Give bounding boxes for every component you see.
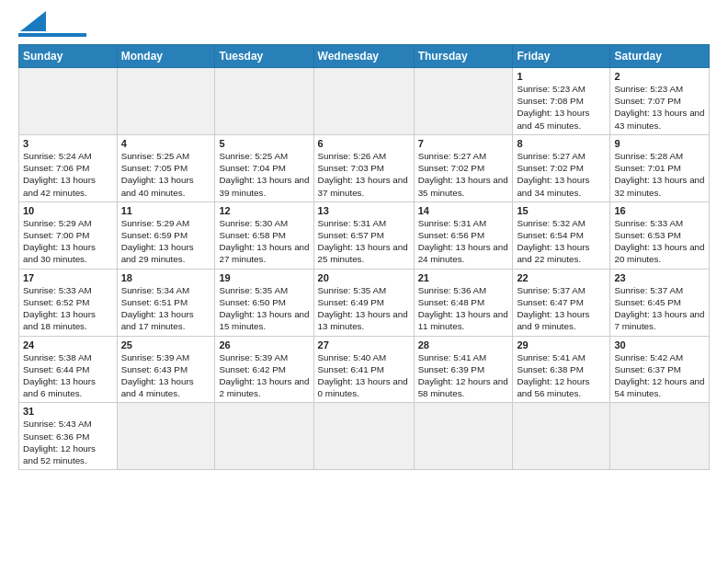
day-info: Sunrise: 5:41 AM Sunset: 6:39 PM Dayligh…	[418, 351, 509, 400]
day-number: 5	[219, 138, 309, 149]
day-number: 10	[23, 205, 113, 216]
calendar-cell: 22Sunrise: 5:37 AM Sunset: 6:47 PM Dayli…	[513, 269, 610, 336]
day-info: Sunrise: 5:29 AM Sunset: 7:00 PM Dayligh…	[23, 217, 113, 266]
day-number: 13	[318, 205, 410, 216]
day-info: Sunrise: 5:25 AM Sunset: 7:05 PM Dayligh…	[121, 150, 211, 199]
day-info: Sunrise: 5:37 AM Sunset: 6:47 PM Dayligh…	[517, 284, 606, 333]
day-number: 15	[517, 205, 606, 216]
day-info: Sunrise: 5:33 AM Sunset: 6:53 PM Dayligh…	[614, 217, 705, 266]
day-header-friday: Friday	[513, 45, 610, 68]
calendar-cell: 28Sunrise: 5:41 AM Sunset: 6:39 PM Dayli…	[414, 336, 513, 403]
day-info: Sunrise: 5:33 AM Sunset: 6:52 PM Dayligh…	[23, 284, 113, 333]
calendar-cell: 1Sunrise: 5:23 AM Sunset: 7:08 PM Daylig…	[513, 68, 610, 135]
day-info: Sunrise: 5:24 AM Sunset: 7:06 PM Dayligh…	[23, 150, 113, 199]
day-number: 25	[121, 339, 211, 350]
calendar-cell: 18Sunrise: 5:34 AM Sunset: 6:51 PM Dayli…	[117, 269, 215, 336]
day-header-thursday: Thursday	[414, 45, 513, 68]
calendar-cell: 24Sunrise: 5:38 AM Sunset: 6:44 PM Dayli…	[19, 336, 118, 403]
day-info: Sunrise: 5:35 AM Sunset: 6:49 PM Dayligh…	[318, 284, 410, 333]
day-info: Sunrise: 5:43 AM Sunset: 6:36 PM Dayligh…	[23, 418, 113, 466]
day-number: 28	[418, 339, 509, 350]
day-info: Sunrise: 5:39 AM Sunset: 6:43 PM Dayligh…	[121, 351, 211, 400]
day-info: Sunrise: 5:23 AM Sunset: 7:07 PM Dayligh…	[614, 83, 705, 132]
calendar-cell	[414, 68, 513, 135]
day-info: Sunrise: 5:23 AM Sunset: 7:08 PM Dayligh…	[517, 83, 606, 132]
day-header-monday: Monday	[117, 45, 215, 68]
header	[18, 15, 710, 37]
day-number: 7	[418, 138, 509, 149]
page: SundayMondayTuesdayWednesdayThursdayFrid…	[0, 0, 728, 563]
calendar-cell: 21Sunrise: 5:36 AM Sunset: 6:48 PM Dayli…	[414, 269, 513, 336]
day-number: 1	[517, 71, 606, 82]
calendar-cell: 5Sunrise: 5:25 AM Sunset: 7:04 PM Daylig…	[215, 134, 313, 201]
day-number: 29	[517, 339, 606, 350]
day-number: 17	[23, 272, 113, 283]
day-number: 27	[318, 339, 410, 350]
calendar-cell: 2Sunrise: 5:23 AM Sunset: 7:07 PM Daylig…	[610, 68, 710, 135]
day-info: Sunrise: 5:32 AM Sunset: 6:54 PM Dayligh…	[517, 217, 606, 266]
calendar-cell: 23Sunrise: 5:37 AM Sunset: 6:45 PM Dayli…	[610, 269, 710, 336]
calendar-cell: 27Sunrise: 5:40 AM Sunset: 6:41 PM Dayli…	[313, 336, 414, 403]
day-info: Sunrise: 5:28 AM Sunset: 7:01 PM Dayligh…	[614, 150, 705, 199]
day-number: 4	[121, 138, 211, 149]
day-number: 26	[219, 339, 309, 350]
day-number: 11	[121, 205, 211, 216]
calendar-cell	[610, 403, 710, 470]
calendar-cell: 8Sunrise: 5:27 AM Sunset: 7:02 PM Daylig…	[513, 134, 610, 201]
day-info: Sunrise: 5:39 AM Sunset: 6:42 PM Dayligh…	[219, 351, 309, 400]
calendar-week-row: 24Sunrise: 5:38 AM Sunset: 6:44 PM Dayli…	[19, 336, 710, 403]
logo-bar	[18, 33, 86, 37]
day-info: Sunrise: 5:31 AM Sunset: 6:57 PM Dayligh…	[318, 217, 410, 266]
calendar-cell: 26Sunrise: 5:39 AM Sunset: 6:42 PM Dayli…	[215, 336, 313, 403]
day-info: Sunrise: 5:40 AM Sunset: 6:41 PM Dayligh…	[318, 351, 410, 400]
calendar-cell: 25Sunrise: 5:39 AM Sunset: 6:43 PM Dayli…	[117, 336, 215, 403]
calendar-cell: 30Sunrise: 5:42 AM Sunset: 6:37 PM Dayli…	[610, 336, 710, 403]
day-number: 16	[614, 205, 705, 216]
calendar-cell: 11Sunrise: 5:29 AM Sunset: 6:59 PM Dayli…	[117, 201, 215, 269]
calendar-cell: 4Sunrise: 5:25 AM Sunset: 7:05 PM Daylig…	[117, 134, 215, 201]
day-number: 8	[517, 138, 606, 149]
calendar-cell: 15Sunrise: 5:32 AM Sunset: 6:54 PM Dayli…	[513, 201, 610, 269]
day-number: 18	[121, 272, 211, 283]
day-info: Sunrise: 5:41 AM Sunset: 6:38 PM Dayligh…	[517, 351, 606, 400]
day-number: 2	[614, 71, 705, 82]
calendar-cell: 3Sunrise: 5:24 AM Sunset: 7:06 PM Daylig…	[19, 134, 118, 201]
day-number: 6	[318, 138, 410, 149]
calendar-cell	[313, 403, 414, 470]
calendar-cell: 13Sunrise: 5:31 AM Sunset: 6:57 PM Dayli…	[313, 201, 414, 269]
day-info: Sunrise: 5:27 AM Sunset: 7:02 PM Dayligh…	[517, 150, 606, 199]
calendar-cell: 17Sunrise: 5:33 AM Sunset: 6:52 PM Dayli…	[19, 269, 118, 336]
day-info: Sunrise: 5:35 AM Sunset: 6:50 PM Dayligh…	[219, 284, 309, 333]
day-info: Sunrise: 5:42 AM Sunset: 6:37 PM Dayligh…	[614, 351, 705, 400]
calendar-cell	[215, 68, 313, 135]
day-number: 31	[23, 406, 113, 417]
day-info: Sunrise: 5:37 AM Sunset: 6:45 PM Dayligh…	[614, 284, 705, 333]
calendar-week-row: 1Sunrise: 5:23 AM Sunset: 7:08 PM Daylig…	[19, 68, 710, 135]
calendar-table: SundayMondayTuesdayWednesdayThursdayFrid…	[18, 44, 710, 470]
day-info: Sunrise: 5:31 AM Sunset: 6:56 PM Dayligh…	[418, 217, 509, 266]
calendar-week-row: 31Sunrise: 5:43 AM Sunset: 6:36 PM Dayli…	[19, 403, 710, 470]
calendar-cell	[117, 68, 215, 135]
calendar-cell: 12Sunrise: 5:30 AM Sunset: 6:58 PM Dayli…	[215, 201, 313, 269]
calendar-cell: 19Sunrise: 5:35 AM Sunset: 6:50 PM Dayli…	[215, 269, 313, 336]
calendar-cell: 20Sunrise: 5:35 AM Sunset: 6:49 PM Dayli…	[313, 269, 414, 336]
day-info: Sunrise: 5:26 AM Sunset: 7:03 PM Dayligh…	[318, 150, 410, 199]
day-header-tuesday: Tuesday	[215, 45, 313, 68]
calendar-cell	[215, 403, 313, 470]
calendar-cell: 7Sunrise: 5:27 AM Sunset: 7:02 PM Daylig…	[414, 134, 513, 201]
calendar-week-row: 17Sunrise: 5:33 AM Sunset: 6:52 PM Dayli…	[19, 269, 710, 336]
day-number: 12	[219, 205, 309, 216]
day-number: 30	[614, 339, 705, 350]
calendar-cell: 9Sunrise: 5:28 AM Sunset: 7:01 PM Daylig…	[610, 134, 710, 201]
day-number: 20	[318, 272, 410, 283]
calendar-cell: 29Sunrise: 5:41 AM Sunset: 6:38 PM Dayli…	[513, 336, 610, 403]
day-info: Sunrise: 5:27 AM Sunset: 7:02 PM Dayligh…	[418, 150, 509, 199]
day-header-wednesday: Wednesday	[313, 45, 414, 68]
calendar-cell	[117, 403, 215, 470]
calendar-cell: 31Sunrise: 5:43 AM Sunset: 6:36 PM Dayli…	[19, 403, 118, 470]
day-number: 19	[219, 272, 309, 283]
day-number: 22	[517, 272, 606, 283]
calendar-cell	[513, 403, 610, 470]
day-number: 9	[614, 138, 705, 149]
calendar-cell	[19, 68, 118, 135]
